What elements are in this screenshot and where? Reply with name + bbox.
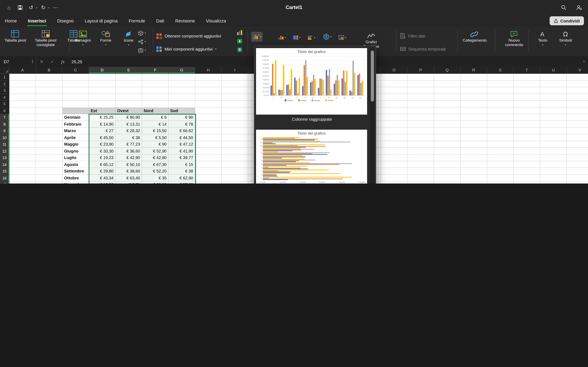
get-addins-button[interactable]: Ottenere componenti aggiuntivi — [156, 31, 221, 41]
column-header-Q[interactable]: Q — [434, 67, 461, 74]
redo-icon[interactable]: ↻ — [38, 3, 48, 12]
symbols-label: Simboli — [559, 38, 572, 43]
smartart-button[interactable]: ▾ — [137, 38, 147, 45]
addin-table-icon[interactable] — [236, 46, 243, 53]
chart-preview-clustered-column[interactable]: Titolo del grafico€ 0,00€ 10,00€ 20,00€ … — [256, 48, 367, 115]
recommended-charts-chevron-icon: ▾ — [260, 35, 261, 38]
insert-function-icon[interactable]: fx — [58, 59, 68, 64]
row-header-4[interactable]: 4 — [0, 94, 9, 101]
addin-visio-icon[interactable] — [236, 29, 243, 36]
column-header-D[interactable]: D — [89, 67, 116, 74]
recommended-charts-button[interactable]: ? ▾ — [251, 32, 263, 42]
home-icon[interactable]: ⌂ — [4, 3, 14, 12]
column-header-O[interactable]: O — [381, 67, 407, 74]
undo-icon[interactable]: ↺ — [26, 3, 36, 12]
column-header-B[interactable]: B — [36, 67, 62, 74]
name-box[interactable]: D7 ▲▼ — [0, 56, 36, 67]
row-header-1[interactable]: 1 — [0, 74, 9, 81]
slicer-button[interactable]: Filtro dati — [400, 31, 425, 41]
row-header-17[interactable]: 17 — [0, 182, 9, 184]
insert-maps-button[interactable]: ▾ — [322, 32, 333, 42]
cancel-entry-icon[interactable]: ✕ — [36, 59, 47, 64]
save-icon[interactable] — [15, 3, 25, 12]
row-header-12[interactable]: 12 — [0, 148, 9, 155]
ribbon-group-links: Collegamento — [461, 28, 489, 44]
account-icon[interactable] — [574, 3, 584, 12]
column-header-S[interactable]: S — [487, 67, 514, 74]
dropdown-scrollbar[interactable] — [370, 47, 375, 184]
svg-text:Titolo del grafico: Titolo del grafico — [297, 50, 326, 54]
column-header-P[interactable]: P — [407, 67, 434, 74]
pictures-button[interactable]: Immagini ▾ — [73, 28, 93, 48]
text-button[interactable]: A Testo ▾ — [532, 28, 553, 48]
row-header-7[interactable]: 7 — [0, 114, 9, 121]
shapes-button[interactable]: Forme ▾ — [95, 28, 116, 48]
column-header-T[interactable]: T — [514, 67, 540, 74]
row-header-2[interactable]: 2 — [0, 81, 9, 87]
svg-text:€ 60,00: € 60,00 — [319, 181, 325, 183]
redo-chevron-icon[interactable]: ▾ — [48, 6, 49, 9]
undo-chevron-icon[interactable]: ▾ — [36, 6, 37, 9]
row-header-3[interactable]: 3 — [0, 87, 9, 94]
insert-column-chart-button[interactable]: ▾ — [277, 33, 287, 42]
addin-play-icon[interactable] — [236, 38, 243, 45]
row-header-11[interactable]: 11 — [0, 141, 9, 148]
column-header-H[interactable]: H — [195, 67, 222, 74]
dropdown-scrollbar-thumb[interactable] — [371, 50, 374, 101]
symbols-button[interactable]: Ω Simboli ▾ — [555, 28, 576, 48]
svg-text:€ 80,00: € 80,00 — [339, 181, 345, 183]
insert-pivot-chart-button[interactable]: ▾ — [337, 33, 347, 42]
icons-button[interactable]: Icone ▾ — [118, 28, 139, 48]
column-header-C[interactable]: C — [62, 67, 89, 74]
formula-bar-expand-icon[interactable]: ▾ — [583, 60, 585, 63]
row-header-8[interactable]: 8 — [0, 121, 9, 128]
ribbon-tab-layout-di-pagina[interactable]: Layout di pagina — [85, 15, 118, 27]
row-header-10[interactable]: 10 — [0, 134, 9, 141]
column-header-E[interactable]: E — [116, 67, 142, 74]
insert-hierarchy-chart-button[interactable]: ▾ — [292, 33, 302, 42]
svg-text:€ 0,00: € 0,00 — [260, 181, 265, 183]
screenshot-icon — [138, 48, 143, 53]
column-header-V[interactable]: V — [567, 67, 588, 74]
row-header-9[interactable]: 9 — [0, 128, 9, 134]
ribbon-tab-disegno[interactable]: Disegno — [57, 15, 74, 27]
insert-bar-chart-button[interactable]: ▾ — [306, 33, 316, 42]
more-commands-icon[interactable]: ⋯ — [51, 3, 61, 12]
chart-preview-clustered-bar[interactable]: Titolo del grafico€ 0,00€ 20,00€ 40,00€ … — [256, 130, 367, 184]
confirm-entry-icon[interactable]: ✓ — [47, 59, 58, 64]
screenshot-button[interactable]: ▾ — [137, 47, 147, 54]
ribbon-tab-visualizza[interactable]: Visualizza — [206, 15, 226, 27]
row-header-15[interactable]: 15 — [0, 168, 9, 175]
ribbon-tab-dati[interactable]: Dati — [156, 15, 164, 27]
share-button[interactable]: Condividi — [550, 16, 584, 25]
column-header-U[interactable]: U — [540, 67, 567, 74]
ribbon-tab-formule[interactable]: Formule — [129, 15, 145, 27]
new-comment-button[interactable]: Nuovo commento — [499, 28, 529, 49]
link-button[interactable]: Collegamento — [461, 28, 489, 44]
ribbon-tab-home[interactable]: Home — [5, 15, 17, 27]
row-header-13[interactable]: 13 — [0, 155, 9, 161]
row-header-5[interactable]: 5 — [0, 101, 9, 108]
row-header-14[interactable]: 14 — [0, 161, 9, 168]
3d-models-button[interactable]: ▾ — [137, 29, 147, 37]
my-addins-button[interactable]: Miei componenti aggiuntivi ▾ — [156, 44, 216, 54]
svg-text:1: 1 — [273, 97, 274, 99]
column-header-G[interactable]: G — [169, 67, 195, 74]
row-header-6[interactable]: 6 — [0, 108, 9, 114]
svg-text:Serie1: Serie1 — [287, 99, 293, 101]
column-header-F[interactable]: F — [142, 67, 169, 74]
ribbon-separator — [396, 30, 397, 52]
pivot-table-button[interactable]: Tabella pivot — [2, 28, 28, 44]
column-header-R[interactable]: R — [461, 67, 487, 74]
name-box-stepper[interactable]: ▲▼ — [31, 59, 34, 64]
recommended-pivot-tables-button[interactable]: Tabelle pivot consigliate — [31, 28, 61, 49]
column-header-I[interactable]: I — [222, 67, 248, 74]
timeline-button[interactable]: Sequenza temporale — [400, 44, 446, 54]
search-icon[interactable] — [559, 3, 568, 12]
ribbon-tab-inserisci[interactable]: Inserisci — [28, 15, 46, 27]
pivot-table-icon — [11, 29, 19, 38]
column-header-A[interactable]: A — [9, 67, 36, 74]
row-header-16[interactable]: 16 — [0, 175, 9, 182]
svg-text:11: 11 — [260, 142, 262, 143]
ribbon-tab-revisione[interactable]: Revisione — [175, 15, 195, 27]
